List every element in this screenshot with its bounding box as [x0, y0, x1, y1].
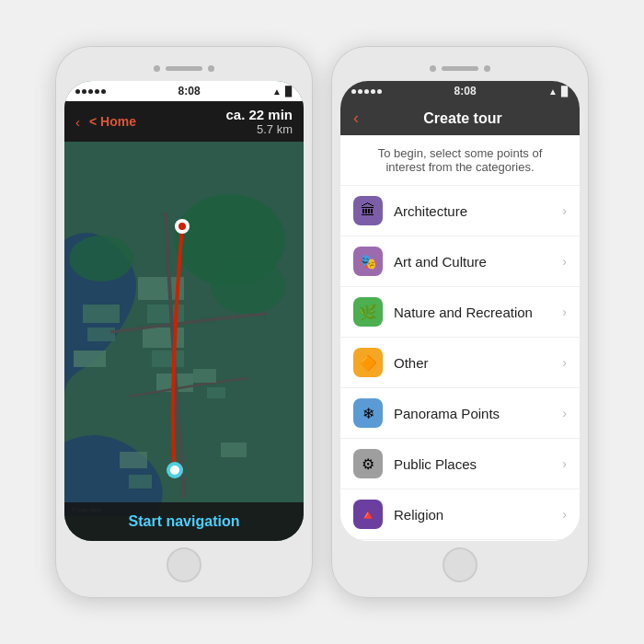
rdot3 [364, 89, 369, 94]
status-bar-left: 8:08 ▲ ▉ [64, 81, 304, 101]
tour-header: ‹ Create tour [340, 101, 580, 135]
category-chevron-public-places: › [562, 456, 567, 471]
svg-rect-7 [152, 351, 184, 367]
svg-point-11 [69, 236, 133, 282]
battery-right: ▲ ▉ [548, 86, 569, 97]
camera2-left [430, 65, 436, 72]
battery-icon-right: ▉ [561, 86, 569, 97]
left-phone: 8:08 ▲ ▉ ‹ < Home ca. 22 min 5.7 km [55, 46, 313, 598]
category-chevron-nature: › [562, 305, 567, 319]
svg-rect-17 [207, 387, 225, 398]
category-icon-religion: 🔺 [353, 500, 383, 529]
svg-point-15 [170, 466, 179, 475]
camera-left [154, 65, 160, 72]
time-right: 8:08 [454, 85, 477, 98]
tour-subtitle: To begin, select some points of interest… [340, 135, 580, 186]
svg-rect-16 [193, 369, 216, 383]
category-item-religion[interactable]: 🔺Religion› [340, 489, 580, 540]
category-label-panorama: Panorama Points [394, 406, 551, 421]
camera2-right [484, 65, 490, 72]
category-item-panorama[interactable]: ❄Panorama Points› [340, 388, 580, 439]
map-svg: © map data [64, 142, 304, 541]
category-chevron-other: › [562, 355, 567, 370]
phone-bottom-right [340, 541, 580, 589]
category-icon-public-places: ⚙ [353, 449, 383, 478]
dot5 [101, 89, 106, 94]
phone-top-bar-left [64, 55, 304, 81]
rdot4 [371, 89, 375, 94]
category-chevron-religion: › [562, 507, 567, 522]
dot4 [95, 89, 99, 94]
category-label-architecture: Architecture [394, 203, 551, 219]
dot2 [82, 89, 86, 94]
speaker-left [166, 66, 202, 71]
dot1 [75, 89, 80, 94]
category-chevron-architecture: › [562, 203, 567, 218]
category-icon-panorama: ❄ [353, 398, 383, 428]
map-area: © map data Start navigation [64, 142, 304, 541]
right-screen: 8:08 ▲ ▉ ‹ Create tour To begin, select … [340, 81, 580, 541]
category-icon-architecture: 🏛 [353, 196, 383, 225]
start-navigation-button[interactable]: Start navigation [64, 502, 304, 541]
category-item-public-places[interactable]: ⚙Public Places› [340, 439, 580, 489]
svg-rect-2 [87, 328, 115, 341]
category-list: 🏛Architecture›🎭Art and Culture›🌿Nature a… [340, 186, 580, 541]
signal-dots-left [75, 89, 106, 94]
route-duration: ca. 22 min [225, 107, 293, 122]
dot3 [88, 89, 93, 94]
tour-title: Create tour [359, 110, 567, 127]
rdot2 [358, 89, 362, 94]
category-icon-art-culture: 🎭 [353, 247, 383, 276]
phone-bottom-left [64, 541, 304, 589]
svg-rect-6 [143, 328, 184, 348]
category-item-nature[interactable]: 🌿Nature and Recreation› [340, 287, 580, 338]
rdot5 [377, 89, 382, 94]
phone-top-bar-right [340, 55, 580, 81]
category-label-art-culture: Art and Culture [394, 254, 551, 270]
svg-rect-1 [83, 305, 120, 323]
signal-dots-right [351, 89, 382, 94]
rdot1 [351, 89, 356, 94]
category-label-nature: Nature and Recreation [394, 305, 551, 320]
arrow-icon-right: ▲ [548, 86, 558, 97]
category-chevron-panorama: › [562, 406, 567, 420]
left-screen: 8:08 ▲ ▉ ‹ < Home ca. 22 min 5.7 km [64, 81, 304, 541]
status-bar-right: 8:08 ▲ ▉ [340, 81, 580, 101]
time-left: 8:08 [178, 85, 201, 98]
home-button-right[interactable] [443, 547, 477, 582]
battery-left: ▲ ▉ [272, 86, 293, 97]
category-label-other: Other [394, 355, 551, 371]
svg-rect-20 [221, 443, 247, 457]
home-label: < Home [89, 114, 136, 129]
right-phone: 8:08 ▲ ▉ ‹ Create tour To begin, select … [331, 46, 589, 598]
category-icon-nature: 🌿 [353, 297, 383, 327]
back-arrow-left[interactable]: ‹ [75, 114, 80, 130]
svg-point-13 [178, 223, 186, 230]
category-item-shopping[interactable]: 🛍Shopping› [340, 540, 580, 541]
map-header: ‹ < Home ca. 22 min 5.7 km [64, 101, 304, 142]
camera-right-left [208, 65, 214, 72]
route-info: ca. 22 min 5.7 km [225, 107, 293, 136]
category-item-other[interactable]: 🔶Other› [340, 338, 580, 388]
svg-rect-3 [74, 351, 106, 367]
battery-icon: ▉ [285, 86, 293, 97]
svg-rect-5 [147, 305, 184, 323]
speaker-right [442, 66, 478, 71]
category-label-public-places: Public Places [394, 456, 551, 472]
svg-rect-19 [129, 475, 152, 489]
category-item-architecture[interactable]: 🏛Architecture› [340, 186, 580, 236]
route-distance: 5.7 km [257, 122, 293, 136]
svg-point-10 [212, 259, 285, 314]
home-button-left[interactable] [167, 547, 201, 582]
arrow-icon: ▲ [272, 86, 282, 97]
category-label-religion: Religion [394, 507, 551, 523]
category-chevron-art-culture: › [562, 254, 567, 269]
category-icon-other: 🔶 [353, 348, 383, 377]
category-item-art-culture[interactable]: 🎭Art and Culture› [340, 236, 580, 287]
svg-rect-18 [120, 452, 147, 468]
